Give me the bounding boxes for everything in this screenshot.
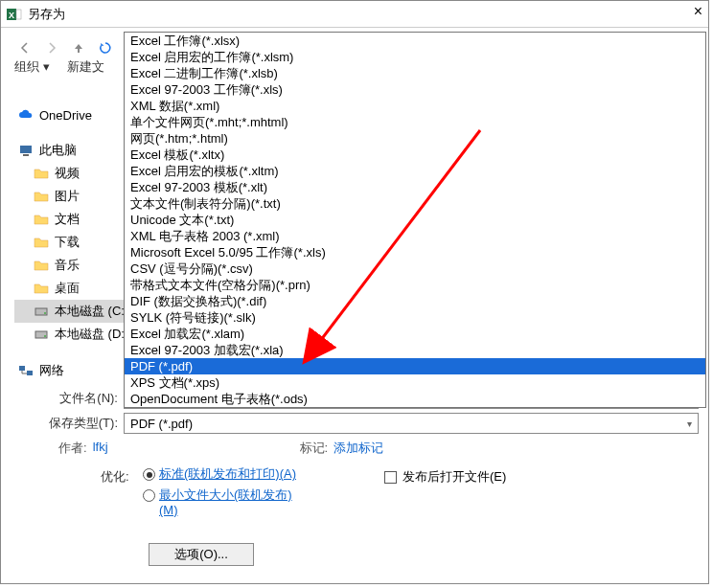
filetype-option[interactable]: OpenDocument 电子表格(*.ods) [125,391,705,407]
sidebar-item-label: 图片 [55,188,80,205]
sidebar-item[interactable]: 此电脑 [14,139,139,162]
sidebar-item-label: 下载 [55,234,80,251]
net-icon [18,363,34,378]
filetype-option[interactable]: XML 电子表格 2003 (*.xml) [125,228,705,244]
filetype-option[interactable]: DIF (数据交换格式)(*.dif) [125,293,705,309]
sidebar-item-label: 视频 [55,165,80,182]
filetype-option[interactable]: Excel 97-2003 加载宏(*.xla) [125,342,705,358]
filetype-option[interactable]: Excel 加载宏(*.xlam) [125,326,705,342]
sidebar-item[interactable]: OneDrive [14,104,139,125]
svg-point-6 [44,312,46,314]
folder-icon [34,281,49,296]
filetype-option[interactable]: Excel 启用宏的工作簿(*.xlsm) [125,49,705,65]
sidebar-item-label: OneDrive [39,108,92,123]
forward-icon[interactable] [43,39,60,57]
folder-icon [34,166,49,181]
cloud-icon [18,107,34,123]
optimize-minimum-label: 最小文件大小(联机发布)(M) [159,487,303,518]
checkbox-icon [384,471,397,484]
sidebar: OneDrive此电脑视频图片文档下载音乐桌面本地磁盘 (C:)本地磁盘 (D:… [14,104,139,382]
sidebar-item[interactable]: 音乐 [14,254,139,277]
filetype-combo[interactable]: PDF (*.pdf) ▾ [124,413,699,434]
filetype-option[interactable]: XML 数据(*.xml) [125,98,705,114]
filetype-option[interactable]: Unicode 文本(*.txt) [125,212,705,228]
folder-icon [34,235,49,250]
filetype-option[interactable]: 文本文件(制表符分隔)(*.txt) [125,195,705,212]
open-after-checkbox[interactable]: 发布后打开文件(E) [384,468,506,486]
organize-button[interactable]: 组织 ▾ [14,58,50,76]
sidebar-item[interactable]: 网络 [14,359,139,382]
author-label: 作者: [58,440,87,457]
sidebar-item[interactable]: 本地磁盘 (D:) [14,323,139,346]
filetype-row: 保存类型(T): PDF (*.pdf) ▾ [41,413,699,434]
sidebar-item-label: 桌面 [55,280,80,297]
filetype-option[interactable]: Excel 二进制工作簿(*.xlsb) [125,65,705,81]
meta-row: 作者: lfkj 标记: 添加标记 [58,440,689,457]
filetype-option[interactable]: 单个文件网页(*.mht;*.mhtml) [125,114,705,130]
sidebar-item-label: 本地磁盘 (D:) [55,326,128,343]
filetype-option[interactable]: 网页(*.htm;*.html) [125,130,705,147]
svg-rect-3 [20,146,32,153]
sidebar-item[interactable]: 图片 [14,185,139,208]
optimize-section: 优化: 标准(联机发布和打印)(A) 最小文件大小(联机发布)(M) [101,466,303,524]
excel-icon: X [7,7,22,22]
optimize-label: 优化: [101,468,129,486]
author-value[interactable]: lfkj [93,440,108,457]
nav-row [16,39,114,57]
filetype-option[interactable]: Excel 97-2003 工作簿(*.xls) [125,81,705,98]
optimize-standard-label: 标准(联机发布和打印)(A) [159,466,296,482]
sidebar-item[interactable]: 桌面 [14,277,139,300]
svg-rect-2 [16,10,21,19]
refresh-icon[interactable] [97,39,114,57]
sidebar-item[interactable]: 本地磁盘 (C:) [14,300,139,323]
close-icon[interactable]: × [694,3,702,20]
sidebar-item[interactable]: 下载 [14,231,139,254]
filetype-option[interactable]: 带格式文本文件(空格分隔)(*.prn) [125,277,705,293]
filetype-option[interactable]: XPS 文档(*.xps) [125,374,705,391]
sidebar-item[interactable]: 文档 [14,208,139,231]
drive-icon [34,327,49,342]
sidebar-item-label: 文档 [55,211,80,228]
tags-value[interactable]: 添加标记 [334,440,383,457]
new-folder-button[interactable]: 新建文 [67,58,104,76]
filetype-option[interactable]: PDF (*.pdf) [125,358,705,374]
titlebar: X 另存为 × [1,1,708,28]
svg-rect-9 [19,366,25,371]
pc-icon [18,143,34,158]
optimize-minimum-radio[interactable]: 最小文件大小(联机发布)(M) [143,487,303,518]
filetype-dropdown[interactable]: Excel 工作簿(*.xlsx)Excel 启用宏的工作簿(*.xlsm)Ex… [124,32,706,408]
open-after-label: 发布后打开文件(E) [402,468,506,486]
filetype-option[interactable]: CSV (逗号分隔)(*.csv) [125,260,705,277]
filetype-option[interactable]: Excel 启用宏的模板(*.xltm) [125,163,705,179]
folder-icon [34,212,49,227]
window-title: 另存为 [28,6,65,23]
filetype-option[interactable]: SYLK (符号链接)(*.slk) [125,309,705,326]
sidebar-item-label: 音乐 [55,257,80,274]
sidebar-item[interactable]: 视频 [14,162,139,185]
filetype-option[interactable]: Excel 工作簿(*.xlsx) [125,33,705,49]
filetype-value: PDF (*.pdf) [130,417,193,431]
save-as-dialog: X 另存为 × 组织 ▾ 新建文 OneDrive此电脑视频图片文档下载音乐桌面… [0,0,709,584]
svg-rect-4 [23,154,29,156]
filetype-option[interactable]: Excel 97-2003 模板(*.xlt) [125,179,705,195]
folder-icon [34,189,49,204]
folder-icon [34,258,49,273]
optimize-standard-radio[interactable]: 标准(联机发布和打印)(A) [143,466,303,482]
svg-rect-10 [27,371,33,375]
sidebar-item-label: 网络 [39,362,64,379]
svg-text:X: X [9,11,14,20]
chevron-down-icon: ▾ [687,418,692,429]
radio-icon [143,489,155,502]
back-icon[interactable] [16,39,34,57]
drive-icon [34,304,49,319]
sidebar-item-label: 此电脑 [39,142,77,159]
filename-label: 文件名(N): [41,390,124,407]
tags-label: 标记: [300,440,329,457]
filetype-option[interactable]: Microsoft Excel 5.0/95 工作簿(*.xls) [125,244,705,260]
options-button[interactable]: 选项(O)... [149,543,254,566]
svg-point-8 [44,335,46,337]
sidebar-item-label: 本地磁盘 (C:) [55,303,128,320]
filetype-label: 保存类型(T): [41,415,124,432]
up-icon[interactable] [70,39,87,57]
filetype-option[interactable]: Excel 模板(*.xltx) [125,147,705,163]
